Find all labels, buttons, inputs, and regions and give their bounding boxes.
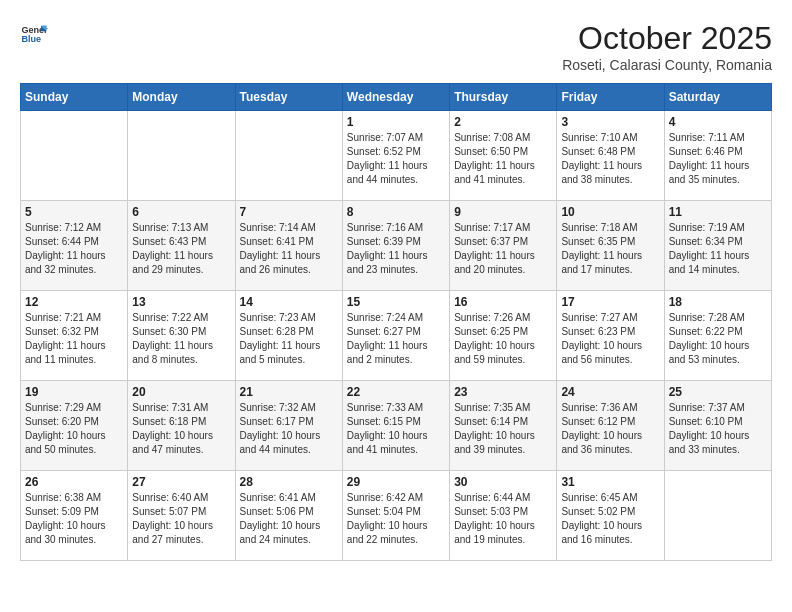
calendar-cell: 3Sunrise: 7:10 AMSunset: 6:48 PMDaylight… <box>557 111 664 201</box>
day-info: Sunrise: 7:28 AMSunset: 6:22 PMDaylight:… <box>669 311 767 367</box>
calendar-cell: 4Sunrise: 7:11 AMSunset: 6:46 PMDaylight… <box>664 111 771 201</box>
calendar-cell: 10Sunrise: 7:18 AMSunset: 6:35 PMDayligh… <box>557 201 664 291</box>
day-number: 30 <box>454 475 552 489</box>
day-info: Sunrise: 7:08 AMSunset: 6:50 PMDaylight:… <box>454 131 552 187</box>
day-info: Sunrise: 7:33 AMSunset: 6:15 PMDaylight:… <box>347 401 445 457</box>
calendar-cell: 19Sunrise: 7:29 AMSunset: 6:20 PMDayligh… <box>21 381 128 471</box>
col-thursday: Thursday <box>450 84 557 111</box>
calendar-week-2: 5Sunrise: 7:12 AMSunset: 6:44 PMDaylight… <box>21 201 772 291</box>
day-number: 22 <box>347 385 445 399</box>
calendar-cell <box>235 111 342 201</box>
day-number: 7 <box>240 205 338 219</box>
day-number: 12 <box>25 295 123 309</box>
day-info: Sunrise: 7:22 AMSunset: 6:30 PMDaylight:… <box>132 311 230 367</box>
calendar-cell: 6Sunrise: 7:13 AMSunset: 6:43 PMDaylight… <box>128 201 235 291</box>
day-number: 20 <box>132 385 230 399</box>
calendar-cell: 27Sunrise: 6:40 AMSunset: 5:07 PMDayligh… <box>128 471 235 561</box>
col-sunday: Sunday <box>21 84 128 111</box>
calendar-cell: 8Sunrise: 7:16 AMSunset: 6:39 PMDaylight… <box>342 201 449 291</box>
day-number: 31 <box>561 475 659 489</box>
calendar-week-1: 1Sunrise: 7:07 AMSunset: 6:52 PMDaylight… <box>21 111 772 201</box>
calendar-cell: 26Sunrise: 6:38 AMSunset: 5:09 PMDayligh… <box>21 471 128 561</box>
day-info: Sunrise: 7:26 AMSunset: 6:25 PMDaylight:… <box>454 311 552 367</box>
day-number: 19 <box>25 385 123 399</box>
calendar-cell: 25Sunrise: 7:37 AMSunset: 6:10 PMDayligh… <box>664 381 771 471</box>
calendar-cell: 31Sunrise: 6:45 AMSunset: 5:02 PMDayligh… <box>557 471 664 561</box>
day-info: Sunrise: 7:07 AMSunset: 6:52 PMDaylight:… <box>347 131 445 187</box>
calendar-cell: 13Sunrise: 7:22 AMSunset: 6:30 PMDayligh… <box>128 291 235 381</box>
day-number: 2 <box>454 115 552 129</box>
header: General Blue October 2025 Roseti, Calara… <box>20 20 772 73</box>
day-number: 21 <box>240 385 338 399</box>
day-info: Sunrise: 7:19 AMSunset: 6:34 PMDaylight:… <box>669 221 767 277</box>
day-info: Sunrise: 7:13 AMSunset: 6:43 PMDaylight:… <box>132 221 230 277</box>
calendar-cell: 22Sunrise: 7:33 AMSunset: 6:15 PMDayligh… <box>342 381 449 471</box>
day-info: Sunrise: 7:37 AMSunset: 6:10 PMDaylight:… <box>669 401 767 457</box>
day-info: Sunrise: 6:45 AMSunset: 5:02 PMDaylight:… <box>561 491 659 547</box>
day-info: Sunrise: 7:11 AMSunset: 6:46 PMDaylight:… <box>669 131 767 187</box>
day-info: Sunrise: 6:42 AMSunset: 5:04 PMDaylight:… <box>347 491 445 547</box>
calendar-cell: 24Sunrise: 7:36 AMSunset: 6:12 PMDayligh… <box>557 381 664 471</box>
calendar-cell: 9Sunrise: 7:17 AMSunset: 6:37 PMDaylight… <box>450 201 557 291</box>
day-info: Sunrise: 7:23 AMSunset: 6:28 PMDaylight:… <box>240 311 338 367</box>
calendar-week-4: 19Sunrise: 7:29 AMSunset: 6:20 PMDayligh… <box>21 381 772 471</box>
col-friday: Friday <box>557 84 664 111</box>
calendar-cell: 12Sunrise: 7:21 AMSunset: 6:32 PMDayligh… <box>21 291 128 381</box>
day-info: Sunrise: 6:40 AMSunset: 5:07 PMDaylight:… <box>132 491 230 547</box>
day-info: Sunrise: 7:17 AMSunset: 6:37 PMDaylight:… <box>454 221 552 277</box>
day-number: 10 <box>561 205 659 219</box>
calendar-cell: 30Sunrise: 6:44 AMSunset: 5:03 PMDayligh… <box>450 471 557 561</box>
day-info: Sunrise: 6:41 AMSunset: 5:06 PMDaylight:… <box>240 491 338 547</box>
day-number: 25 <box>669 385 767 399</box>
day-number: 11 <box>669 205 767 219</box>
day-number: 18 <box>669 295 767 309</box>
day-number: 24 <box>561 385 659 399</box>
day-number: 3 <box>561 115 659 129</box>
day-number: 27 <box>132 475 230 489</box>
day-number: 23 <box>454 385 552 399</box>
day-number: 4 <box>669 115 767 129</box>
day-info: Sunrise: 7:27 AMSunset: 6:23 PMDaylight:… <box>561 311 659 367</box>
calendar-cell: 23Sunrise: 7:35 AMSunset: 6:14 PMDayligh… <box>450 381 557 471</box>
calendar-cell: 21Sunrise: 7:32 AMSunset: 6:17 PMDayligh… <box>235 381 342 471</box>
day-number: 5 <box>25 205 123 219</box>
day-number: 26 <box>25 475 123 489</box>
day-number: 8 <box>347 205 445 219</box>
calendar-cell: 17Sunrise: 7:27 AMSunset: 6:23 PMDayligh… <box>557 291 664 381</box>
calendar-week-5: 26Sunrise: 6:38 AMSunset: 5:09 PMDayligh… <box>21 471 772 561</box>
col-saturday: Saturday <box>664 84 771 111</box>
calendar-cell: 14Sunrise: 7:23 AMSunset: 6:28 PMDayligh… <box>235 291 342 381</box>
month-title: October 2025 <box>562 20 772 57</box>
col-monday: Monday <box>128 84 235 111</box>
day-number: 29 <box>347 475 445 489</box>
day-info: Sunrise: 7:14 AMSunset: 6:41 PMDaylight:… <box>240 221 338 277</box>
calendar-cell: 7Sunrise: 7:14 AMSunset: 6:41 PMDaylight… <box>235 201 342 291</box>
location-subtitle: Roseti, Calarasi County, Romania <box>562 57 772 73</box>
day-info: Sunrise: 7:24 AMSunset: 6:27 PMDaylight:… <box>347 311 445 367</box>
calendar-cell <box>128 111 235 201</box>
day-number: 16 <box>454 295 552 309</box>
calendar-cell: 28Sunrise: 6:41 AMSunset: 5:06 PMDayligh… <box>235 471 342 561</box>
day-number: 28 <box>240 475 338 489</box>
calendar-cell: 16Sunrise: 7:26 AMSunset: 6:25 PMDayligh… <box>450 291 557 381</box>
day-info: Sunrise: 7:35 AMSunset: 6:14 PMDaylight:… <box>454 401 552 457</box>
day-number: 14 <box>240 295 338 309</box>
day-info: Sunrise: 6:38 AMSunset: 5:09 PMDaylight:… <box>25 491 123 547</box>
calendar-cell: 29Sunrise: 6:42 AMSunset: 5:04 PMDayligh… <box>342 471 449 561</box>
day-info: Sunrise: 7:32 AMSunset: 6:17 PMDaylight:… <box>240 401 338 457</box>
svg-text:Blue: Blue <box>21 34 41 44</box>
day-info: Sunrise: 7:16 AMSunset: 6:39 PMDaylight:… <box>347 221 445 277</box>
calendar-cell <box>664 471 771 561</box>
calendar-cell: 20Sunrise: 7:31 AMSunset: 6:18 PMDayligh… <box>128 381 235 471</box>
calendar-cell: 5Sunrise: 7:12 AMSunset: 6:44 PMDaylight… <box>21 201 128 291</box>
calendar-cell: 11Sunrise: 7:19 AMSunset: 6:34 PMDayligh… <box>664 201 771 291</box>
day-info: Sunrise: 7:36 AMSunset: 6:12 PMDaylight:… <box>561 401 659 457</box>
calendar-cell: 2Sunrise: 7:08 AMSunset: 6:50 PMDaylight… <box>450 111 557 201</box>
header-row: Sunday Monday Tuesday Wednesday Thursday… <box>21 84 772 111</box>
calendar-cell: 15Sunrise: 7:24 AMSunset: 6:27 PMDayligh… <box>342 291 449 381</box>
day-number: 17 <box>561 295 659 309</box>
col-tuesday: Tuesday <box>235 84 342 111</box>
col-wednesday: Wednesday <box>342 84 449 111</box>
day-info: Sunrise: 6:44 AMSunset: 5:03 PMDaylight:… <box>454 491 552 547</box>
day-info: Sunrise: 7:31 AMSunset: 6:18 PMDaylight:… <box>132 401 230 457</box>
